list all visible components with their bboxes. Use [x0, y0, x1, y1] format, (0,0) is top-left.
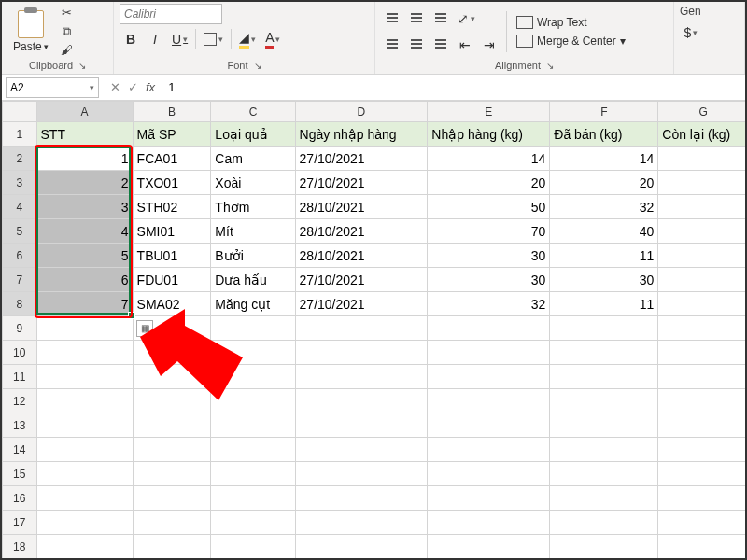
cell-A3[interactable]: 2 — [36, 171, 133, 195]
cell-G12[interactable] — [658, 389, 745, 413]
row-header-11[interactable]: 11 — [3, 365, 37, 389]
cell-A5[interactable]: 4 — [36, 219, 133, 244]
cell-G7[interactable] — [658, 268, 745, 292]
font-name-input[interactable] — [120, 4, 222, 24]
bold-button[interactable]: B — [120, 28, 142, 50]
cell-E10[interactable] — [428, 341, 550, 365]
cell-F1[interactable]: Đã bán (kg) — [550, 122, 658, 147]
cell-G17[interactable] — [658, 511, 745, 535]
merge-center-button[interactable]: Merge & Center▾ — [513, 33, 629, 49]
cell-G6[interactable] — [658, 244, 745, 268]
cell-B2[interactable]: FCA01 — [133, 147, 211, 171]
cell-A6[interactable]: 5 — [36, 244, 133, 268]
cell-F4[interactable]: 32 — [550, 195, 658, 219]
cell-F3[interactable]: 20 — [550, 171, 658, 195]
cell-F14[interactable] — [550, 438, 658, 462]
cell-E7[interactable]: 30 — [428, 268, 550, 292]
cell-B17[interactable] — [133, 511, 211, 535]
cell-D3[interactable]: 27/10/2021 — [295, 171, 428, 195]
cell-E17[interactable] — [428, 511, 550, 535]
font-color-button[interactable]: A▾ — [261, 28, 284, 50]
cell-C15[interactable] — [211, 462, 295, 486]
cell-C5[interactable]: Mít — [211, 219, 295, 244]
cell-C16[interactable] — [211, 486, 295, 511]
name-box[interactable]: A2 ▾ — [6, 77, 99, 98]
cell-A10[interactable] — [36, 341, 133, 365]
cell-C1[interactable]: Loại quả — [211, 122, 295, 147]
cell-C13[interactable] — [211, 413, 295, 438]
cell-B15[interactable] — [133, 462, 211, 486]
col-header-B[interactable]: B — [133, 102, 211, 122]
cell-B5[interactable]: SMI01 — [133, 219, 211, 244]
row-header-4[interactable]: 4 — [3, 195, 37, 219]
cell-D5[interactable]: 28/10/2021 — [295, 219, 428, 244]
cell-G4[interactable] — [658, 195, 745, 219]
cell-F11[interactable] — [550, 365, 658, 389]
cell-B11[interactable] — [133, 365, 211, 389]
cell-D15[interactable] — [295, 462, 428, 486]
row-header-2[interactable]: 2 — [3, 147, 37, 171]
cell-D7[interactable]: 27/10/2021 — [295, 268, 428, 292]
cell-G1[interactable]: Còn lại (kg) — [658, 122, 745, 147]
cell-G15[interactable] — [658, 462, 745, 486]
autofill-options-button[interactable]: ▦ — [136, 320, 153, 337]
cell-E5[interactable]: 70 — [428, 219, 550, 244]
row-header-6[interactable]: 6 — [3, 244, 37, 268]
cell-D2[interactable]: 27/10/2021 — [295, 147, 428, 171]
align-right-button[interactable] — [430, 34, 452, 54]
select-all-corner[interactable] — [3, 102, 37, 122]
cell-G8[interactable] — [658, 292, 745, 316]
cell-A4[interactable]: 3 — [36, 195, 133, 219]
cell-E13[interactable] — [428, 413, 550, 438]
cell-E12[interactable] — [428, 389, 550, 413]
cell-D10[interactable] — [295, 341, 428, 365]
cell-F9[interactable] — [550, 316, 658, 341]
decrease-indent-button[interactable]: ⇤ — [454, 34, 476, 56]
cell-D8[interactable]: 27/10/2021 — [295, 292, 428, 316]
col-header-E[interactable]: E — [428, 102, 550, 122]
cell-C10[interactable] — [211, 341, 295, 365]
cell-G13[interactable] — [658, 413, 745, 438]
cell-B13[interactable] — [133, 413, 211, 438]
row-header-13[interactable]: 13 — [3, 413, 37, 438]
row-header-9[interactable]: 9 — [3, 316, 37, 341]
cell-G11[interactable] — [658, 365, 745, 389]
cell-A13[interactable] — [36, 413, 133, 438]
cell-E16[interactable] — [428, 486, 550, 511]
row-header-17[interactable]: 17 — [3, 511, 37, 535]
cell-A8[interactable]: 7 — [36, 292, 133, 316]
cell-A7[interactable]: 6 — [36, 268, 133, 292]
cell-A15[interactable] — [36, 462, 133, 486]
formula-input[interactable] — [162, 77, 745, 98]
borders-button[interactable]: ▾ — [200, 28, 227, 50]
cell-F16[interactable] — [550, 486, 658, 511]
cell-B7[interactable]: FDU01 — [133, 268, 211, 292]
col-header-C[interactable]: C — [211, 102, 295, 122]
copy-button[interactable]: ⧉ — [58, 23, 77, 40]
cell-B14[interactable] — [133, 438, 211, 462]
cell-B18[interactable] — [133, 535, 211, 559]
cell-D4[interactable]: 28/10/2021 — [295, 195, 428, 219]
underline-button[interactable]: U▾ — [168, 28, 191, 50]
cell-F17[interactable] — [550, 511, 658, 535]
cell-C4[interactable]: Thơm — [211, 195, 295, 219]
cell-B16[interactable] — [133, 486, 211, 511]
cell-C12[interactable] — [211, 389, 295, 413]
accounting-format-button[interactable]: $▾ — [680, 21, 702, 44]
row-header-10[interactable]: 10 — [3, 341, 37, 365]
alignment-dialog-launcher[interactable]: ↘ — [546, 61, 554, 71]
cell-E9[interactable] — [428, 316, 550, 341]
cell-C7[interactable]: Dưa hấu — [211, 268, 295, 292]
cell-C18[interactable] — [211, 535, 295, 559]
cell-C9[interactable] — [211, 316, 295, 341]
cell-A1[interactable]: STT — [36, 122, 133, 147]
cell-E3[interactable]: 20 — [428, 171, 550, 195]
cell-D1[interactable]: Ngày nhập hàng — [295, 122, 428, 147]
cell-D14[interactable] — [295, 438, 428, 462]
col-header-A[interactable]: A — [36, 102, 133, 122]
cell-E8[interactable]: 32 — [428, 292, 550, 316]
cell-D9[interactable] — [295, 316, 428, 341]
cell-C11[interactable] — [211, 365, 295, 389]
row-header-18[interactable]: 18 — [3, 535, 37, 559]
fx-icon[interactable]: fx — [146, 80, 155, 94]
